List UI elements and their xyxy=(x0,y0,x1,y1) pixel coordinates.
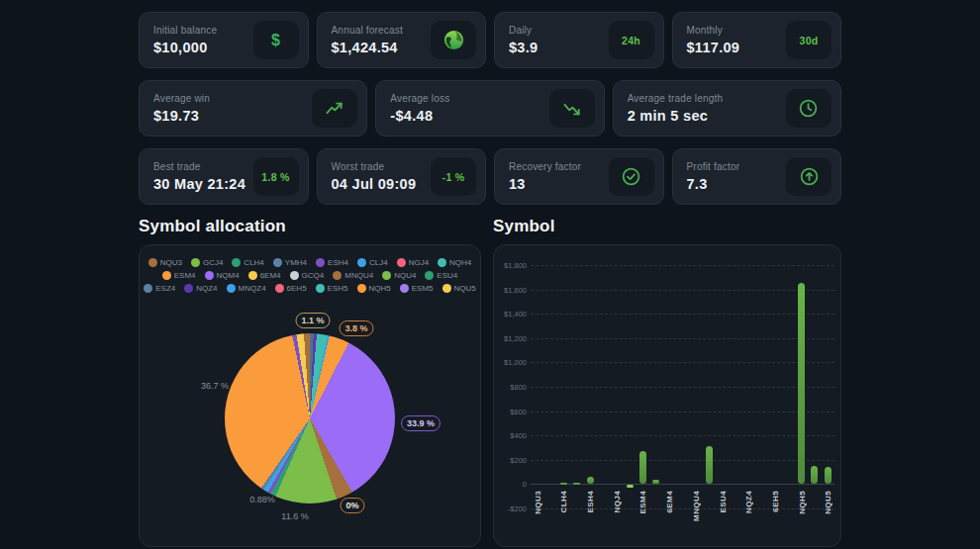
pie-slice-label: 36.7 % xyxy=(201,381,229,391)
legend-item-nqu3[interactable]: NQU3 xyxy=(148,258,182,267)
bar-esm5[interactable] xyxy=(811,466,818,484)
legend-item-6eh5[interactable]: 6EH5 xyxy=(275,284,307,293)
card-value: $10,000 xyxy=(153,40,217,55)
stat-card-average-trade-length: Average trade length 2 min 5 sec xyxy=(613,80,841,137)
legend-item-nqm4[interactable]: NQM4 xyxy=(205,271,240,280)
stat-card-recovery-factor: Recovery factor 13 xyxy=(494,148,664,205)
legend-color-dot xyxy=(316,284,325,293)
legend-label: CLH4 xyxy=(244,258,263,267)
legend-color-dot xyxy=(205,271,214,280)
x-axis-tick-esh4: ESH4 xyxy=(586,491,595,513)
card-value: $3.9 xyxy=(509,40,538,55)
badge-well: -1 % xyxy=(431,157,476,196)
legend-item-gcq4[interactable]: GCQ4 xyxy=(290,271,325,280)
legend-label: 6EH5 xyxy=(287,284,307,293)
bar-nqh4[interactable] xyxy=(627,485,634,487)
legend-color-dot xyxy=(400,284,409,293)
x-axis-tick-6eh5: 6EH5 xyxy=(771,491,780,512)
legend-item-esm5[interactable]: ESM5 xyxy=(400,284,434,293)
legend-color-dot xyxy=(144,284,152,293)
trend-down-icon xyxy=(549,89,595,128)
card-text: Monthly $117.09 xyxy=(687,25,740,55)
status-badge: -1 % xyxy=(435,171,473,183)
legend-item-nqu5[interactable]: NQU5 xyxy=(442,284,476,293)
legend-item-nqu4[interactable]: NQU4 xyxy=(382,271,416,280)
card-label: Worst trade xyxy=(332,161,417,172)
bar-chart: -$2000$200$400$600$800$1,000$1,200$1,400… xyxy=(494,245,840,546)
badge-well: 1.8 % xyxy=(253,157,299,196)
legend-item-esm4[interactable]: ESM4 xyxy=(162,271,196,280)
legend-item-nqh5[interactable]: NQH5 xyxy=(357,284,391,293)
bar-slot-mnqz4 xyxy=(755,245,768,546)
pie-chart[interactable] xyxy=(225,333,395,503)
card-text: Profit factor 7.3 xyxy=(687,161,740,192)
stat-card-daily: Daily $3.9 24h xyxy=(494,12,664,68)
legend-label: YMH4 xyxy=(285,258,307,267)
legend-color-dot xyxy=(248,271,257,280)
legend-item-esh4[interactable]: ESH4 xyxy=(316,258,348,267)
legend-item-esz4[interactable]: ESZ4 xyxy=(144,284,175,293)
y-axis-tick: $1,400 xyxy=(494,310,527,319)
legend-label: GCJ4 xyxy=(203,258,223,267)
bar-ymh4[interactable] xyxy=(573,483,580,485)
card-label: Profit factor xyxy=(687,161,740,172)
legend-item-esh5[interactable]: ESH5 xyxy=(316,284,348,293)
pie-slice-label: 0.88% xyxy=(249,495,275,504)
legend-item-clh4[interactable]: CLH4 xyxy=(232,258,263,267)
bar-esm4[interactable] xyxy=(639,451,646,484)
legend-item-ngj4[interactable]: NGJ4 xyxy=(397,258,429,267)
legend-color-dot xyxy=(425,271,434,280)
legend-item-nqh4[interactable]: NQH4 xyxy=(438,258,471,267)
stat-card-best-trade: Best trade 30 May 21:24 1.8 % xyxy=(139,148,309,205)
legend-color-dot xyxy=(273,258,282,267)
card-text: Average trade length 2 min 5 sec xyxy=(628,93,724,124)
legend-item-mnqz4[interactable]: MNQZ4 xyxy=(227,284,266,293)
card-label: Best trade xyxy=(153,161,245,172)
card-label: Annual forecast xyxy=(332,25,404,36)
card-label: Daily xyxy=(509,25,538,36)
legend-item-esu4[interactable]: ESU4 xyxy=(425,271,457,280)
legend-item-gcj4[interactable]: GCJ4 xyxy=(191,258,223,267)
bar-clh4[interactable] xyxy=(560,483,567,485)
stat-cards-row-3: Best trade 30 May 21:24 1.8 % Worst trad… xyxy=(139,148,841,205)
y-axis-tick: $200 xyxy=(494,456,527,465)
legend-color-dot xyxy=(442,284,451,293)
stat-card-worst-trade: Worst trade 04 Jul 09:09 -1 % xyxy=(317,148,487,205)
legend-item-mnqu4[interactable]: MNQU4 xyxy=(333,271,373,280)
legend-color-dot xyxy=(148,258,157,267)
bar-slot-gcj4 xyxy=(543,245,556,546)
legend-label: ESM5 xyxy=(412,284,434,293)
stat-card-profit-factor: Profit factor 7.3 xyxy=(672,148,842,205)
legend-color-dot xyxy=(382,271,391,280)
bar-nqu5[interactable] xyxy=(825,467,832,484)
legend-label: MNQU4 xyxy=(344,271,373,280)
legend-label: NQH4 xyxy=(449,258,471,267)
y-axis-tick: $1,200 xyxy=(494,334,527,343)
status-badge: 24h xyxy=(614,35,648,46)
stat-card-average-loss: Average loss -$4.48 xyxy=(375,80,604,137)
legend-item-ymh4[interactable]: YMH4 xyxy=(273,258,307,267)
bar-nqh5[interactable] xyxy=(798,283,805,484)
symbol-section-title: Symbol xyxy=(493,217,841,236)
bar-nqm4[interactable] xyxy=(652,480,659,484)
bar-esh4[interactable] xyxy=(587,477,594,484)
legend-color-dot xyxy=(227,284,236,293)
pie-legend: NQU3GCJ4CLH4YMH4ESH4CLJ4NGJ4NQH4ESM4NQM4… xyxy=(140,245,480,293)
card-text: Recovery factor 13 xyxy=(509,161,581,192)
legend-label: GCQ4 xyxy=(302,271,325,280)
check-circle-icon xyxy=(609,157,654,196)
legend-item-nqz4[interactable]: NQZ4 xyxy=(184,284,217,293)
legend-item-6em4[interactable]: 6EM4 xyxy=(248,271,281,280)
card-label: Average loss xyxy=(390,93,449,104)
bar-slot-gcq4 xyxy=(676,245,689,546)
bar-nqu4[interactable] xyxy=(706,446,713,485)
bar-slot-ymh4 xyxy=(570,245,583,546)
legend-label: NQH5 xyxy=(369,284,391,293)
card-text: Average win $19.73 xyxy=(153,93,210,124)
legend-item-clj4[interactable]: CLJ4 xyxy=(357,258,388,267)
legend-label: NQZ4 xyxy=(196,284,217,293)
badge-well: 30d xyxy=(786,21,832,59)
y-axis-tick: $800 xyxy=(494,383,527,392)
card-value: $19.73 xyxy=(153,108,210,124)
legend-label: ESU4 xyxy=(437,271,457,280)
